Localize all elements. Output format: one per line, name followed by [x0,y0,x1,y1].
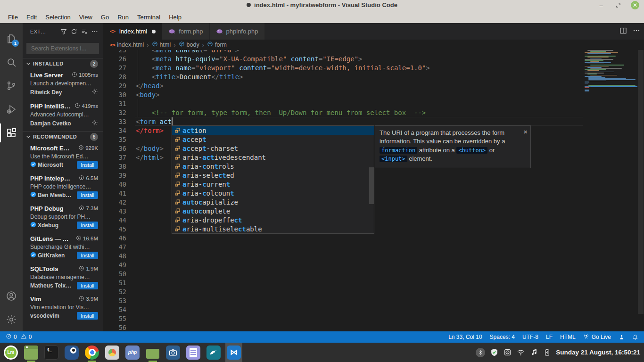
feedback-button[interactable] [619,334,625,340]
menu-selection[interactable]: Selection [41,12,74,22]
clear-list-icon[interactable] [80,27,89,36]
extension-item[interactable]: PHP Debug7.3MDebug support for PH…Xdebug… [23,202,103,232]
extension-item[interactable]: PHP IntelliS…419msAdvanced Autocompl…Dam… [23,100,103,131]
terminal-icon[interactable]: $_ [43,343,60,362]
activitybar-settings[interactable] [0,308,23,331]
autocomplete-item-accept-charset[interactable]: accept-charset [172,144,374,153]
problems-indicator[interactable]: 0 0 [6,333,32,341]
menu-terminal[interactable]: Terminal [133,12,165,22]
autocomplete-item-aria-current[interactable]: aria-current [172,180,374,189]
install-button[interactable]: Install [77,312,98,320]
breadcrumb-item-body[interactable]: body [179,41,199,49]
autocomplete-item-accept[interactable]: accept [172,135,374,144]
extension-item[interactable]: Vim3.9MVim emulation for Vis…vscodevimIn… [23,293,103,323]
menu-run[interactable]: Run [113,12,133,22]
text-editor-icon[interactable] [185,343,202,362]
autocomplete-item-autocapitalize[interactable]: autocapitalize [172,197,374,206]
shield-icon[interactable] [490,348,498,356]
menu-file[interactable]: File [4,12,22,22]
bluetooth-icon[interactable] [476,348,485,357]
more-icon[interactable] [633,27,640,36]
minimap[interactable] [585,50,637,331]
close-button[interactable]: ✕ [631,1,639,9]
status-utf-8[interactable]: UTF-8 [522,334,538,340]
install-button[interactable]: Install [77,252,98,259]
section-recommended[interactable]: RECOMMENDED6 [23,131,103,142]
section-installed[interactable]: INSTALLED2 [23,58,103,69]
extension-item[interactable]: GitLens — …16.6MSupercharge Git withi…Gi… [23,232,103,263]
menu-edit[interactable]: Edit [22,12,41,22]
autocomplete-item-aria-selected[interactable]: aria-selected [172,171,374,180]
files-icon[interactable] [144,343,161,362]
gear-icon[interactable] [91,88,98,97]
restore-button[interactable] [614,1,622,9]
code-line: 46 [103,233,644,242]
minimize-button[interactable]: – [597,1,605,9]
chevron-down-icon [25,60,32,67]
tab-form.php[interactable]: form.php [162,23,209,40]
status-lf[interactable]: LF [546,334,553,340]
breadcrumb-item-form[interactable]: form [207,41,227,49]
disk-icon[interactable] [504,348,512,356]
status-html[interactable]: HTML [560,334,576,340]
menu-view[interactable]: View [75,12,97,22]
activitybar-account[interactable] [0,284,23,308]
breadcrumb-item-index.html[interactable]: <>index.html [110,41,144,48]
mint-menu-icon[interactable]: Lm [2,343,19,362]
menu-help[interactable]: Help [165,12,186,22]
go-live-button[interactable]: Go Live [583,333,611,341]
menu-go[interactable]: Go [97,12,113,22]
autocomplete-item-action[interactable]: action [172,126,374,135]
screen: index.html - myfirstwebform - Visual Stu… [0,0,644,362]
close-icon[interactable]: × [523,127,528,137]
autocomplete-item-aria-colcount[interactable]: aria-colcount [172,189,374,197]
activitybar-search[interactable] [0,50,23,74]
autocomplete-item-aria-dropeffect[interactable]: aria-dropeffect [172,215,374,224]
extension-item[interactable]: SQLTools1.9MDatabase manageme…Matheus Te… [23,263,103,293]
file-manager-icon[interactable] [23,343,40,362]
extension-item[interactable]: PHP Intelep…6.5MPHP code intelligence…Be… [23,172,103,202]
chrome-icon[interactable] [83,343,100,362]
activitybar-source-control[interactable] [0,74,23,98]
line-number: 25 [103,50,126,54]
taskbar-clock[interactable]: Sunday 21 August, 16:50:21 [556,349,644,356]
install-button[interactable]: Install [77,191,98,199]
activitybar-files[interactable]: 1 [0,27,23,50]
activitybar-run-debug[interactable] [0,98,23,121]
gear-icon[interactable] [91,119,98,128]
install-button[interactable]: Install [77,282,98,289]
tab-phpinfo.php[interactable]: phpinfo.php [210,23,265,40]
screenshot-icon[interactable] [165,343,182,362]
breadcrumb-item-html[interactable]: html [152,41,171,49]
thunderbird-icon[interactable] [63,343,80,362]
mysql-icon[interactable] [205,343,222,362]
search-input[interactable] [30,45,95,52]
autocomplete-item-aria-activedescendant[interactable]: aria-activedescendant [172,153,374,162]
install-button[interactable]: Install [77,222,98,229]
wifi-icon[interactable] [517,348,525,356]
refresh-icon[interactable] [70,27,78,36]
php-icon[interactable]: php [124,343,141,362]
line-number: 51 [103,279,126,287]
extension-item[interactable]: Live Server1005msLaunch a developmen…Rit… [23,69,103,100]
autocomplete-item-autocomplete[interactable]: autocomplete [172,206,374,215]
filter-icon[interactable] [59,27,68,36]
editor-scrollbar[interactable] [637,50,644,331]
notifications-bell-icon[interactable] [632,334,638,340]
battery-icon[interactable] [543,348,551,356]
status-ln-33-col-10[interactable]: Ln 33, Col 10 [448,334,482,340]
activitybar-extensions[interactable] [0,121,23,145]
install-button[interactable]: Install [77,161,98,169]
vscode-icon[interactable]: ⋈ [225,343,242,362]
chromium-icon[interactable] [104,343,121,362]
tab-index.html[interactable]: <>index.html [103,23,162,40]
extensions-search-box[interactable] [26,43,99,54]
status-spaces-4[interactable]: Spaces: 4 [490,334,515,340]
music-icon[interactable] [530,348,538,356]
more-icon[interactable] [91,27,99,36]
autocomplete-scrollbar[interactable] [369,167,374,204]
autocomplete-item-aria-controls[interactable]: aria-controls [172,162,374,171]
autocomplete-item-aria-multiselectable[interactable]: aria-multiselectable [172,224,374,233]
split-editor-icon[interactable] [619,27,627,36]
extension-item[interactable]: Microsoft E…929KUse the Microsoft Ed…Mic… [23,142,103,172]
